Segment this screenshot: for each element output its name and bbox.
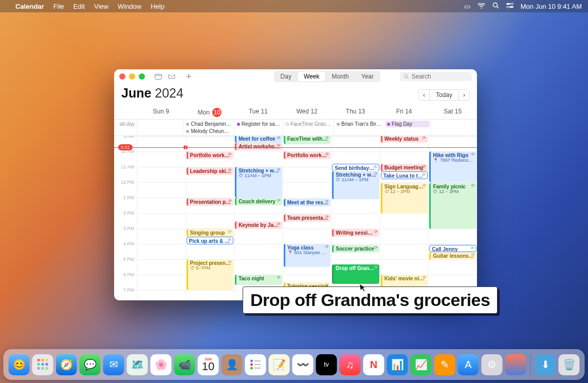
dock-photos[interactable]: 🌸: [151, 354, 172, 375]
allday-event[interactable]: FaceTime Gran…: [284, 121, 333, 127]
calendar-event[interactable]: Send birthday…⟳: [332, 164, 379, 171]
battery-icon[interactable]: ▭: [464, 3, 470, 10]
dock-facetime[interactable]: 📹: [174, 354, 195, 375]
dock-music[interactable]: ♫: [340, 354, 361, 375]
dock-mail[interactable]: ✉︎: [103, 354, 124, 375]
calendar-event[interactable]: Taco night⟳: [235, 275, 282, 285]
spotlight-icon[interactable]: [492, 2, 499, 10]
column-mon[interactable]: Portfolio work…⟳Leadership skil…⟳Present…: [186, 136, 234, 300]
calendar-event[interactable]: Sign Language Club⏱ 12 – 2PM⟳: [381, 183, 428, 214]
app-name[interactable]: Calendar: [15, 3, 44, 10]
calendar-event[interactable]: Drop off Grandma's groceries⟳: [332, 264, 379, 284]
calendar-event[interactable]: Leadership skil…⟳: [187, 167, 234, 175]
fullscreen-button[interactable]: [139, 73, 145, 80]
calendar-event[interactable]: Meet for coffee⟳: [235, 136, 282, 143]
calendar-event[interactable]: Hike with Rigo📍 7867 Redwood… ⏱ 10AM – 1…: [429, 151, 476, 182]
event-sync-icon: ⟳: [228, 168, 232, 173]
column-fri[interactable]: Weekly status⟳Budget meeting⟳Take Luna t…: [380, 136, 429, 300]
calendar-event[interactable]: Soccer practice⟳: [332, 245, 379, 253]
calendar-event[interactable]: Singing group⟳: [187, 229, 234, 237]
view-year[interactable]: Year: [355, 71, 380, 82]
calendar-event[interactable]: FaceTime with…⟳: [284, 136, 331, 144]
calendar-event[interactable]: Family picnic⏱ 12 – 3PM⟳: [429, 183, 476, 229]
dock-contacts[interactable]: 👤: [222, 354, 243, 375]
view-month[interactable]: Month: [325, 71, 355, 82]
column-sat[interactable]: Hike with Rigo📍 7867 Redwood… ⏱ 10AM – 1…: [428, 136, 477, 300]
calendar-event[interactable]: Team presenta…⟳: [284, 214, 331, 222]
calendar-event[interactable]: Call Jenny⟳: [429, 245, 476, 252]
calendar-event[interactable]: Portfolio work…⟳: [187, 151, 234, 159]
dock-maps[interactable]: 🗺️: [127, 354, 148, 375]
calendar-event[interactable]: Project presentations⏱ 5–7PM⟳: [187, 259, 234, 290]
column-wed[interactable]: FaceTime with…⟳Portfolio work…⟳Meet at t…: [283, 136, 332, 300]
svg-rect-6: [155, 74, 162, 80]
calendar-event[interactable]: Stretching + weights⏱ 11AM – 1PM⟳: [235, 167, 282, 198]
control-center-icon[interactable]: [506, 3, 513, 10]
minimize-button[interactable]: [129, 73, 135, 80]
calendar-event[interactable]: Artist worksho…⟳: [235, 143, 282, 150]
dock-safari[interactable]: 🧭: [56, 354, 77, 375]
calendar-event[interactable]: Pick up arts & …⟳: [187, 237, 234, 244]
calendar-event[interactable]: Weekly status⟳: [381, 136, 428, 143]
dock-numbers[interactable]: 📈: [411, 354, 432, 375]
calendar-event[interactable]: Take Luna to th…⟳: [381, 171, 428, 179]
calendar-event[interactable]: Presentation p…⟳: [187, 198, 234, 206]
dock-reminders[interactable]: [245, 354, 266, 375]
search-input[interactable]: [412, 73, 468, 80]
today-button[interactable]: Today: [430, 89, 458, 101]
wifi-icon[interactable]: [477, 3, 485, 10]
allday-event[interactable]: Melody Cheun…: [185, 128, 232, 135]
calendar-event[interactable]: Guitar lessons…⟳: [429, 252, 476, 260]
calendar-event[interactable]: Writing sessi…⟳: [332, 229, 379, 237]
event-sync-icon: ⟳: [228, 199, 232, 204]
dock-pages[interactable]: ✎: [434, 354, 455, 375]
next-week-button[interactable]: ›: [458, 89, 470, 101]
allday-event[interactable]: Brian Tran's Bir…: [335, 121, 383, 127]
view-day[interactable]: Day: [274, 71, 298, 82]
add-event-button[interactable]: +: [186, 71, 192, 82]
menubar-clock[interactable]: Mon Jun 10 9:41 AM: [521, 3, 582, 10]
close-button[interactable]: [119, 73, 125, 80]
column-thu[interactable]: Send birthday…⟳Stretching + weights⏱ 11A…: [331, 136, 380, 300]
dock-iphone-mirror[interactable]: [505, 354, 526, 375]
dock-finder[interactable]: 😊: [9, 354, 30, 375]
calendar-event[interactable]: Portfolio work…⟳: [284, 151, 331, 159]
inbox-icon[interactable]: [168, 72, 176, 81]
dock-tv[interactable]: tv: [316, 354, 337, 375]
calendar-event[interactable]: Budget meeting⟳: [381, 164, 428, 171]
menu-window[interactable]: Window: [118, 3, 141, 10]
day-header-mon: Mon 10: [186, 106, 234, 119]
calendar-event[interactable]: Couch delivery⟳: [235, 198, 282, 205]
allday-event[interactable]: Register for sa…: [235, 121, 282, 127]
event-title: Singing group: [190, 230, 232, 236]
allday-label: all-day: [114, 120, 137, 136]
dock-trash[interactable]: 🗑️: [559, 354, 580, 375]
dock-news[interactable]: N: [363, 354, 384, 375]
dock-calendar[interactable]: JUN 10: [198, 354, 219, 375]
menu-file[interactable]: File: [53, 3, 64, 10]
dock-freeform[interactable]: 〰️: [292, 354, 314, 375]
column-tue[interactable]: Meet for coffee⟳Artist worksho…⟳Stretchi…: [234, 136, 283, 300]
calendar-event[interactable]: Yoga class📍 501 Stanyan St,… ⏱ 4 – 5:30P…: [284, 244, 331, 267]
allday-event[interactable]: Chad Benjamin…: [185, 121, 232, 127]
calendar-event[interactable]: Meet at the res…⟳: [284, 199, 331, 206]
calendars-toggle-icon[interactable]: [154, 72, 162, 81]
dock-settings[interactable]: ⚙︎: [482, 354, 503, 375]
search-field[interactable]: [400, 72, 472, 81]
dock-messages[interactable]: 💬: [80, 354, 101, 375]
dock-launchpad[interactable]: [32, 354, 53, 375]
allday-event[interactable]: Flag Day: [385, 121, 429, 127]
menu-view[interactable]: View: [94, 3, 108, 10]
calendar-event[interactable]: Stretching + weights⏱ 11AM – 1PM⟳: [332, 171, 379, 199]
menu-help[interactable]: Help: [151, 3, 164, 10]
dock-appstore[interactable]: A: [458, 354, 479, 375]
column-sun[interactable]: [137, 136, 186, 300]
dock-notes[interactable]: 📝: [269, 354, 290, 375]
event-sync-icon: ⟳: [374, 246, 378, 251]
menu-edit[interactable]: Edit: [74, 3, 85, 10]
view-week[interactable]: Week: [298, 71, 325, 82]
dock-keynote[interactable]: 📊: [387, 354, 408, 375]
dock-downloads[interactable]: ⬇︎: [535, 354, 556, 375]
calendar-event[interactable]: Keynote by Ja…⟳: [235, 221, 282, 229]
prev-week-button[interactable]: ‹: [418, 89, 430, 101]
